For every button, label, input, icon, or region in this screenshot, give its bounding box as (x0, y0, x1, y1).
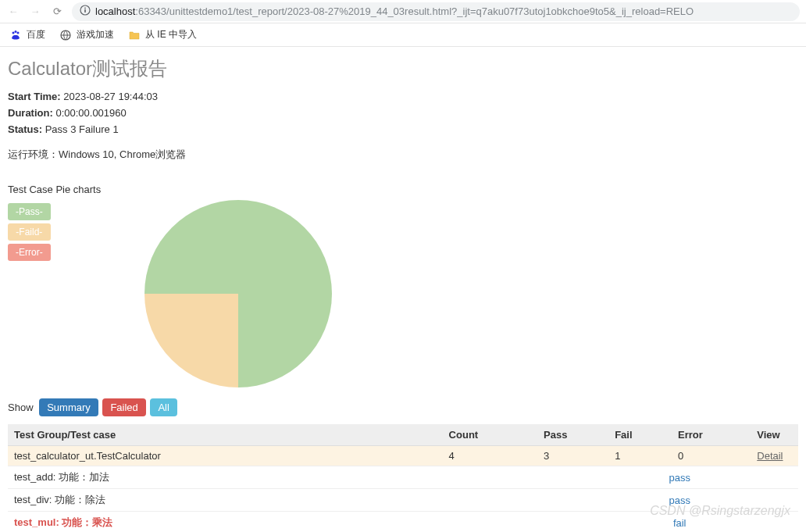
results-table: Test Group/Test case Count Pass Fail Err… (8, 424, 798, 532)
legend-fail[interactable]: -Faild- (8, 223, 51, 241)
filter-summary-button[interactable]: Summary (39, 398, 98, 416)
meta-start-time: Start Time: 2023-08-27 19:44:03 (8, 91, 798, 102)
svg-point-5 (17, 31, 20, 34)
info-icon (80, 5, 91, 18)
bookmark-label: 从 IE 中导入 (145, 28, 197, 41)
table-group-row: test_calculator_ut.TestCalculator 4 3 1 … (8, 446, 798, 466)
bookmark-gamespeed[interactable]: 游戏加速 (59, 28, 114, 41)
bookmark-label: 游戏加速 (77, 28, 114, 41)
th-view: View (751, 424, 798, 446)
case-status-link[interactable]: fail (673, 517, 687, 529)
reload-icon[interactable]: ⟳ (50, 5, 64, 17)
case-status-link[interactable]: pass (669, 472, 690, 484)
svg-rect-2 (84, 9, 86, 12)
bookmark-baidu[interactable]: 百度 (9, 28, 45, 41)
group-name: test_calculator_ut.TestCalculator (8, 446, 443, 466)
pie-legend: -Pass- -Faild- -Error- (8, 200, 51, 387)
th-fail: Fail (608, 424, 672, 446)
browser-toolbar: ← → ⟳ localhost:63343/unittestdemo1/test… (0, 0, 806, 23)
forward-icon[interactable]: → (28, 5, 42, 17)
case-name: test_div: 功能：除法 (8, 489, 443, 512)
back-icon[interactable]: ← (6, 5, 20, 17)
legend-pass[interactable]: -Pass- (8, 203, 51, 220)
case-name: test_mul: 功能：乘法 (8, 512, 443, 533)
address-bar[interactable]: localhost:63343/unittestdemo1/test_repor… (72, 2, 800, 21)
legend-error[interactable]: -Error- (8, 244, 51, 261)
filter-all-button[interactable]: All (150, 398, 177, 416)
url-text: localhost:63343/unittestdemo1/test_repor… (95, 5, 694, 17)
detail-link[interactable]: Detail (757, 450, 783, 462)
page-content: Calculator测试报告 Start Time: 2023-08-27 19… (0, 47, 806, 532)
table-case-row: test_add: 功能：加法 pass (8, 466, 798, 489)
case-name: test_add: 功能：加法 (8, 466, 443, 489)
svg-point-3 (12, 31, 15, 34)
th-group: Test Group/Test case (8, 424, 443, 446)
group-error: 0 (672, 446, 751, 466)
pie-section: Test Case Pie charts -Pass- -Faild- -Err… (8, 184, 798, 387)
svg-point-1 (84, 7, 86, 9)
filter-label: Show (8, 402, 34, 413)
table-header-row: Test Group/Test case Count Pass Fail Err… (8, 424, 798, 446)
table-case-row: test_div: 功能：除法 pass (8, 489, 798, 512)
bookmark-label: 百度 (27, 28, 45, 41)
th-count: Count (443, 424, 537, 446)
pie-chart (144, 200, 332, 387)
case-status-link[interactable]: pass (669, 495, 690, 506)
bookmark-ie-import[interactable]: 从 IE 中导入 (128, 28, 197, 41)
svg-point-4 (15, 30, 17, 33)
meta-status: Status: Pass 3 Failure 1 (8, 123, 798, 135)
table-case-row: test_mul: 功能：乘法 fail (8, 512, 798, 533)
meta-duration: Duration: 0:00:00.001960 (8, 107, 798, 119)
group-count: 4 (443, 446, 537, 466)
bookmarks-bar: 百度 游戏加速 从 IE 中导入 (0, 23, 806, 47)
globe-icon (59, 29, 72, 41)
report-title: Calculator测试报告 (8, 56, 798, 81)
pie-title: Test Case Pie charts (8, 184, 798, 195)
group-fail: 1 (608, 446, 672, 466)
env-info: 运行环境：Windows 10, Chrome浏览器 (8, 148, 798, 162)
filter-failed-button[interactable]: Failed (102, 398, 145, 416)
group-pass: 3 (537, 446, 608, 466)
baidu-icon (9, 29, 22, 41)
th-pass: Pass (537, 424, 608, 446)
folder-icon (128, 29, 141, 41)
th-error: Error (672, 424, 751, 446)
filter-row: Show Summary Failed All (8, 398, 798, 416)
